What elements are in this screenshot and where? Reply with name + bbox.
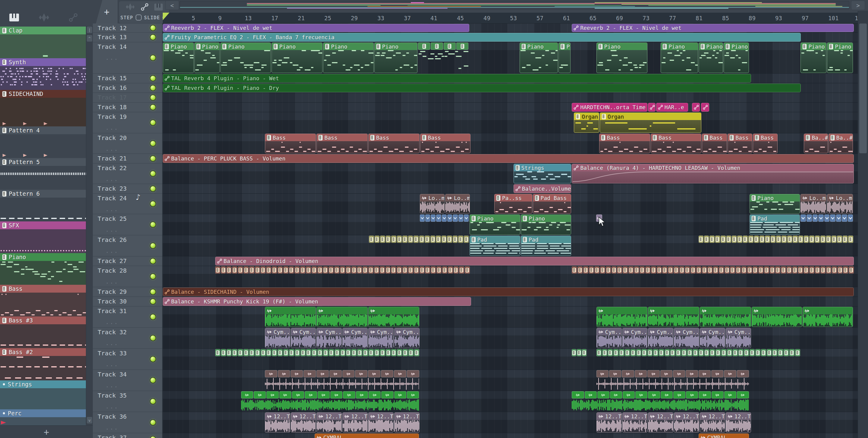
mini-audio-clip[interactable] <box>368 370 380 377</box>
picker-item[interactable]: Bass #2 <box>0 348 86 380</box>
mini-pattern-clip[interactable] <box>848 236 853 243</box>
track-mute-led[interactable] <box>150 242 156 249</box>
mini-pattern-clip[interactable] <box>600 266 605 273</box>
mini-chevron-clip[interactable] <box>812 214 818 222</box>
track-mute-led[interactable] <box>150 155 156 162</box>
mini-audio-clip[interactable] <box>343 391 355 399</box>
track-mute-led[interactable] <box>150 104 156 110</box>
mini-audio-clip[interactable] <box>394 370 406 377</box>
mini-chevron-clip[interactable] <box>442 214 447 222</box>
add-track-tab[interactable]: + <box>96 0 118 24</box>
mini-audio-clip[interactable] <box>737 370 749 377</box>
vertical-scrollbar[interactable] <box>858 11 868 438</box>
mini-pattern-clip[interactable] <box>645 266 650 273</box>
mini-pattern-clip[interactable] <box>351 349 356 356</box>
picker-item-header[interactable]: Bass #3 <box>0 316 86 324</box>
mini-pattern-clip[interactable] <box>363 349 368 356</box>
playlist-lane[interactable]: TAL Reverb 4 Plugin - Piano - Dry <box>163 83 858 93</box>
mini-pattern-clip[interactable] <box>402 266 407 273</box>
mini-pattern-clip[interactable] <box>594 266 599 273</box>
mini-chevron-clip[interactable] <box>464 214 469 222</box>
automation-clip[interactable]: HARDTECHN..orta Time <box>572 103 647 112</box>
mini-pattern-clip[interactable] <box>809 236 814 243</box>
mini-audio-clip[interactable] <box>622 370 634 377</box>
picker-tab-link-icon[interactable] <box>69 13 78 22</box>
pattern-clip[interactable]: Pad <box>749 214 800 235</box>
mini-pattern-clip[interactable] <box>215 266 220 273</box>
picker-item-header[interactable]: Clap <box>0 27 86 34</box>
mini-audio-clip[interactable] <box>724 391 736 399</box>
mini-pattern-clip[interactable] <box>374 349 379 356</box>
track-name[interactable]: Track 25 <box>98 215 127 222</box>
picker-item[interactable]: Pattern 5 <box>0 158 86 190</box>
playlist-minimap[interactable] <box>180 1 849 9</box>
playlist-grid[interactable]: Reeverb 2 - FLEX - Nivel de wetReeverb 2… <box>163 24 858 438</box>
mini-chevron-clip[interactable] <box>431 214 435 222</box>
mini-pattern-clip[interactable] <box>375 236 380 243</box>
automation-clip[interactable]: Balance - KSHMR Punchy Kick 19 (F#) - Vo… <box>163 297 471 306</box>
track-mute-led[interactable] <box>150 119 156 126</box>
track-name[interactable]: Track 20 <box>98 134 127 142</box>
scroll-left-button[interactable]: < <box>165 1 179 10</box>
mini-pattern-clip[interactable] <box>693 349 698 356</box>
playlist-lane[interactable] <box>163 349 858 370</box>
mini-pattern-clip[interactable] <box>634 266 639 273</box>
mini-pattern-clip[interactable] <box>798 266 803 273</box>
mini-pattern-clip[interactable] <box>721 236 725 243</box>
mini-pattern-clip[interactable] <box>244 349 249 356</box>
playlist-lane[interactable] <box>163 391 858 412</box>
mini-pattern-clip[interactable] <box>329 266 334 273</box>
mini-pattern-clip[interactable] <box>676 349 681 356</box>
pattern-clip[interactable]: Bass <box>265 134 316 153</box>
mini-pattern-clip[interactable] <box>425 266 430 273</box>
track-name[interactable]: Track 13 <box>98 33 127 41</box>
automation-clip[interactable] <box>648 103 655 112</box>
mini-pattern-clip[interactable] <box>317 349 322 356</box>
mini-pattern-clip[interactable] <box>447 236 452 243</box>
pattern-clip[interactable]: Bass <box>316 134 368 153</box>
automation-clip[interactable]: Balance - Dinodroid - Volumen <box>215 257 854 265</box>
mini-pattern-clip[interactable] <box>602 349 607 356</box>
mini-audio-clip[interactable] <box>699 370 711 377</box>
mini-pattern-clip[interactable] <box>255 266 260 273</box>
pattern-clip[interactable]: Piano <box>596 42 648 73</box>
audio-clip[interactable]: Cym.. <box>648 328 673 348</box>
track-name[interactable]: Track 15 <box>98 75 127 82</box>
mini-pattern-clip[interactable] <box>596 349 601 356</box>
mini-pattern-clip[interactable] <box>346 349 351 356</box>
track-mute-led[interactable] <box>150 273 156 280</box>
track-name[interactable]: Track 35 <box>98 392 127 399</box>
pattern-clip[interactable]: Piano <box>699 42 723 73</box>
pattern-clip[interactable]: Piano <box>470 214 521 235</box>
audio-clip[interactable]: 12..TT <box>622 412 648 433</box>
mini-audio-clip[interactable] <box>660 370 673 377</box>
mini-pattern-clip[interactable] <box>820 236 825 243</box>
track-name[interactable]: Track 14 <box>98 43 127 50</box>
picker-item[interactable]: Pattern 6 <box>0 190 86 222</box>
mini-pattern-clip[interactable] <box>724 266 730 273</box>
track-name[interactable]: Track 19 <box>98 113 127 120</box>
mini-pattern-clip[interactable] <box>380 266 385 273</box>
track-mute-led[interactable] <box>150 140 156 147</box>
mini-pattern-clip[interactable] <box>820 266 826 273</box>
mini-pattern-clip[interactable] <box>261 349 266 356</box>
pattern-clip[interactable]: Piano <box>520 42 558 73</box>
playlist-lane[interactable]: Balance - PERC PLUCK BASS - Volumen <box>163 154 858 164</box>
mini-pattern-clip[interactable] <box>289 349 294 356</box>
playlist-lane[interactable] <box>163 266 858 287</box>
mini-chevron-clip[interactable] <box>848 214 853 222</box>
mini-pattern-clip[interactable] <box>306 349 311 356</box>
pattern-clip[interactable]: Strings <box>514 164 571 183</box>
audio-clip[interactable]: 12..TT <box>291 412 316 433</box>
mini-audio-clip[interactable] <box>597 391 610 399</box>
mini-pattern-clip[interactable] <box>765 236 770 243</box>
pattern-clip[interactable]: P..o <box>558 42 570 73</box>
audio-clip[interactable] <box>265 307 316 327</box>
mini-pattern-clip[interactable] <box>329 349 334 356</box>
mini-audio-clip[interactable] <box>318 391 330 399</box>
track-name[interactable]: Track 12 <box>98 24 127 32</box>
mini-pattern-clip[interactable] <box>386 236 391 243</box>
playlist-lane[interactable]: Cym..Cym..Cym..Cym..Cym..Cym..Cym..Cym..… <box>163 328 858 349</box>
mini-audio-clip[interactable] <box>572 391 584 399</box>
mini-audio-clip[interactable] <box>279 391 291 399</box>
